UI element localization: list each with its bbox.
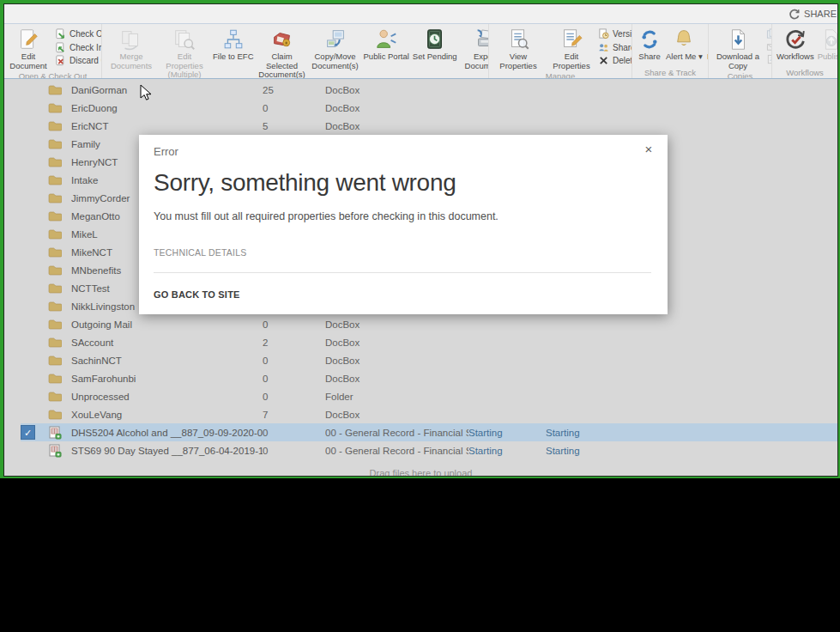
content-type: DocBox bbox=[325, 121, 468, 131]
discard-check-out-button[interactable]: Discard Check Out bbox=[55, 55, 102, 66]
check-out-button[interactable]: Check Out bbox=[55, 28, 102, 40]
share-document-button[interactable]: Share bbox=[635, 26, 664, 63]
content-type: DocBox bbox=[325, 410, 468, 420]
content-type: 00 - General Record - Financial Services bbox=[325, 446, 468, 456]
workflows-button[interactable]: Workflows bbox=[775, 26, 816, 63]
shared-with-icon bbox=[598, 42, 609, 53]
folder-name[interactable]: HenryNCT bbox=[71, 157, 118, 167]
item-count: 0 bbox=[263, 392, 325, 402]
document-name[interactable]: DHS5204 Alcohol and __887_09-09-2020-02-… bbox=[71, 428, 263, 438]
folder-icon bbox=[48, 264, 62, 276]
item-count: 0 bbox=[263, 356, 325, 366]
close-icon[interactable]: × bbox=[641, 142, 656, 157]
folder-name[interactable]: Intake bbox=[71, 175, 98, 185]
group-label-share-track: Share & Track bbox=[635, 68, 705, 78]
ribbon-group-copies: Download a Copy Copies bbox=[709, 24, 772, 78]
technical-details-link[interactable]: TECHNICAL DETAILS bbox=[154, 247, 653, 258]
folder-name[interactable]: NikkLivingston bbox=[71, 301, 135, 312]
file-to-efc-button[interactable]: File to EFC bbox=[211, 26, 256, 63]
delete-document-button[interactable]: Delete Document bbox=[598, 55, 632, 66]
content-type: DocBox bbox=[325, 103, 468, 113]
edit-document-icon bbox=[15, 27, 41, 52]
shared-with-button[interactable]: Shared With bbox=[598, 42, 632, 53]
set-pending-button[interactable]: Set Pending bbox=[411, 26, 459, 63]
checkbox-checked-icon[interactable]: ✓ bbox=[21, 425, 35, 440]
edit-document-button[interactable]: Edit Document bbox=[4, 26, 55, 71]
folder-row[interactable]: Unprocessed 0 Folder bbox=[21, 387, 837, 405]
workflow-status-link[interactable]: Starting bbox=[546, 446, 580, 456]
folder-name[interactable]: XouLeVang bbox=[71, 410, 122, 420]
workflow-status-link[interactable]: Starting bbox=[468, 446, 503, 456]
drag-files-hint: Drag files here to upload bbox=[4, 468, 837, 476]
copy-pages-icon bbox=[766, 28, 772, 40]
claim-selected-documents-button[interactable]: Claim Selected Document(s) bbox=[256, 26, 309, 78]
check-in-icon bbox=[55, 42, 66, 53]
item-count: 0 bbox=[263, 428, 325, 438]
workflow-status-link[interactable]: Starting bbox=[468, 428, 503, 438]
content-type: 00 - General Record - Financial Services bbox=[325, 428, 468, 438]
export-documents-button[interactable]: Export Documents bbox=[459, 26, 489, 71]
folder-icon bbox=[48, 156, 62, 167]
folder-row[interactable]: Outgoing Mail 0 DocBox bbox=[21, 315, 837, 333]
download-copy-icon bbox=[725, 27, 751, 52]
merge-documents-button: Merge Documents bbox=[105, 26, 158, 71]
ribbon-group-manage-caseworks: Merge Documents Edit Properties (Multipl… bbox=[102, 24, 489, 78]
copy-move-documents-button[interactable]: Copy/Move Document(s) bbox=[309, 26, 362, 71]
folder-name[interactable]: Unprocessed bbox=[71, 392, 130, 402]
error-dialog: Error × Sorry, something went wrong You … bbox=[139, 135, 668, 314]
folder-icon bbox=[48, 246, 62, 258]
item-count: 2 bbox=[263, 337, 325, 348]
folder-name[interactable]: DaniGorman bbox=[71, 85, 127, 95]
black-filler bbox=[0, 478, 840, 632]
folder-name[interactable]: SAccount bbox=[71, 337, 113, 348]
folder-name[interactable]: MikeL bbox=[71, 229, 98, 240]
public-portal-icon bbox=[373, 27, 399, 52]
folder-name[interactable]: SachinNCT bbox=[71, 356, 122, 366]
set-pending-icon bbox=[422, 27, 448, 52]
folder-name[interactable]: Family bbox=[71, 139, 100, 149]
download-a-copy-button[interactable]: Download a Copy bbox=[711, 26, 764, 71]
group-label-manage: Manage bbox=[492, 71, 629, 78]
folder-row[interactable]: SAccount 2 DocBox bbox=[21, 333, 837, 351]
folder-row[interactable]: XouLeVang 7 DocBox bbox=[21, 405, 837, 423]
folder-name[interactable]: JimmyCorder bbox=[71, 193, 130, 204]
item-count: 7 bbox=[263, 410, 325, 420]
folder-row[interactable]: SamFarohunbi 0 DocBox bbox=[21, 369, 837, 387]
folder-icon bbox=[48, 373, 62, 384]
item-count: 0 bbox=[263, 103, 325, 113]
go-back-to-site-button[interactable]: GO BACK TO SITE bbox=[154, 289, 240, 300]
folder-name[interactable]: NCTTest bbox=[71, 283, 110, 294]
check-in-button[interactable]: Check In bbox=[55, 42, 102, 53]
folder-icon bbox=[48, 84, 62, 95]
document-row[interactable]: ✓ DHS5204 Alcohol and __887_09-09-2020-0… bbox=[21, 423, 837, 441]
edit-properties-button[interactable]: Edit Properties bbox=[545, 26, 598, 71]
check-out-icon bbox=[55, 28, 66, 40]
folder-name[interactable]: SamFarohunbi bbox=[71, 374, 136, 384]
document-name[interactable]: STS69 90 Day Stayed __877_06-04-2019-10-… bbox=[71, 446, 263, 456]
document-row[interactable]: STS69 90 Day Stayed __877_06-04-2019-10-… bbox=[21, 441, 837, 459]
share-button[interactable]: SHARE bbox=[788, 8, 837, 21]
folder-name[interactable]: MNbenefits bbox=[71, 265, 121, 276]
ribbon: Edit Document Check Out Check In Discard… bbox=[4, 24, 837, 79]
folder-name[interactable]: EricDuong bbox=[71, 103, 118, 113]
document-icon bbox=[48, 444, 62, 458]
public-portal-button[interactable]: Public Portal bbox=[362, 26, 411, 63]
suite-bar: SHARE bbox=[4, 4, 837, 24]
folder-name[interactable]: MeganOtto bbox=[71, 211, 120, 222]
workflow-status-link[interactable]: Starting bbox=[546, 428, 580, 438]
alert-me-button[interactable]: Alert Me ▾ bbox=[664, 26, 704, 63]
folder-row[interactable]: SachinNCT 0 DocBox bbox=[21, 351, 837, 369]
folder-name[interactable]: MikeNCT bbox=[71, 247, 112, 258]
folder-name[interactable]: Outgoing Mail bbox=[71, 319, 132, 330]
folder-row[interactable]: EricDuong 0 DocBox bbox=[21, 99, 837, 117]
version-history-button[interactable]: Version History bbox=[598, 28, 632, 40]
error-heading: Sorry, something went wrong bbox=[154, 169, 653, 197]
app-window: SHARE Edit Document Check Out Check In bbox=[0, 0, 840, 478]
folder-row[interactable]: EricNCT 5 DocBox bbox=[21, 117, 837, 135]
content-type: DocBox bbox=[325, 374, 468, 384]
error-message: You must fill out all required propertie… bbox=[154, 210, 653, 222]
group-label-workflows: Workflows bbox=[775, 68, 835, 78]
claim-selected-icon bbox=[269, 27, 295, 52]
folder-name[interactable]: EricNCT bbox=[71, 121, 108, 131]
view-properties-button[interactable]: View Properties bbox=[492, 26, 545, 71]
